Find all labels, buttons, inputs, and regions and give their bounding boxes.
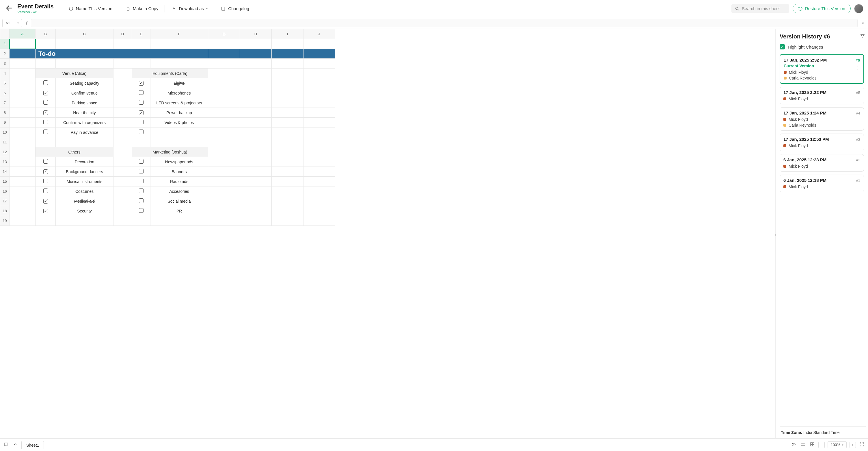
checkbox[interactable] (139, 169, 144, 173)
cell[interactable] (304, 108, 335, 118)
cell[interactable] (208, 167, 240, 177)
cell[interactable] (208, 216, 240, 226)
cell[interactable] (56, 137, 114, 147)
cell[interactable] (304, 157, 335, 167)
task-text[interactable]: PR (150, 206, 208, 216)
checkbox-cell[interactable] (132, 78, 150, 88)
version-card[interactable]: 17 Jan, 2025 2:22 PM#5Mick Floyd (780, 87, 864, 104)
cell[interactable] (208, 78, 240, 88)
cell[interactable] (9, 216, 35, 226)
checkbox[interactable] (139, 81, 144, 86)
task-text[interactable]: Newspaper ads (150, 157, 208, 167)
name-version-button[interactable]: Name This Version (67, 5, 114, 12)
cell[interactable] (114, 88, 132, 98)
checkbox[interactable] (43, 130, 48, 134)
cell[interactable] (304, 39, 335, 49)
cell[interactable] (208, 88, 240, 98)
row-header[interactable]: 10 (0, 128, 9, 137)
task-text[interactable]: Banners (150, 167, 208, 177)
cell[interactable] (272, 147, 304, 157)
checkbox[interactable] (139, 198, 144, 203)
cell[interactable] (150, 39, 208, 49)
cell[interactable] (9, 68, 35, 78)
cell[interactable] (132, 137, 150, 147)
checkbox[interactable] (43, 209, 48, 214)
column-header[interactable]: B (35, 29, 56, 39)
cell[interactable] (240, 216, 272, 226)
checkbox[interactable] (43, 80, 48, 85)
cell[interactable] (240, 59, 272, 68)
task-text[interactable]: Near the city (56, 108, 114, 118)
checkbox[interactable] (43, 189, 48, 193)
cell[interactable] (272, 128, 304, 137)
row-header[interactable]: 8 (0, 108, 9, 118)
cell[interactable] (272, 157, 304, 167)
changelog-button[interactable]: Changelog (219, 5, 251, 12)
checkbox[interactable] (43, 199, 48, 203)
cell[interactable] (208, 157, 240, 167)
back-button[interactable] (5, 3, 14, 13)
task-text[interactable]: Musical instruments (56, 177, 114, 187)
user-avatar[interactable] (854, 4, 863, 13)
task-text[interactable]: Radio ads (150, 177, 208, 187)
select-all-corner[interactable] (0, 29, 9, 39)
checkbox[interactable] (43, 110, 48, 115)
cell[interactable] (272, 206, 304, 216)
checkbox-cell[interactable] (35, 88, 56, 98)
cell[interactable] (9, 137, 35, 147)
checkbox-cell[interactable] (132, 167, 150, 177)
column-header[interactable]: I (272, 29, 304, 39)
cell[interactable] (114, 98, 132, 108)
cell[interactable] (150, 137, 208, 147)
sheet-tab[interactable]: Sheet1 (21, 441, 44, 449)
cell[interactable] (56, 59, 114, 68)
sheets-menu-icon[interactable] (12, 441, 19, 448)
checkbox[interactable] (43, 169, 48, 174)
cell[interactable] (304, 216, 335, 226)
cell[interactable] (304, 177, 335, 187)
row-header[interactable]: 4 (0, 68, 9, 78)
checkbox-cell[interactable] (35, 206, 56, 216)
version-card[interactable]: 17 Jan, 2025 12:53 PM#3Mick Floyd (780, 134, 864, 151)
checkbox[interactable] (139, 120, 144, 124)
cell[interactable] (208, 177, 240, 187)
cell[interactable] (114, 216, 132, 226)
task-text[interactable]: Parking space (56, 98, 114, 108)
checkbox[interactable] (139, 100, 144, 105)
restore-version-button[interactable]: Restore This Version (793, 4, 851, 13)
cell[interactable] (56, 39, 114, 49)
cell[interactable] (9, 196, 35, 206)
cell[interactable] (304, 206, 335, 216)
cell[interactable] (240, 118, 272, 128)
version-card[interactable]: 17 Jan, 2025 2:32 PM#6Current Version⋮Mi… (780, 54, 864, 84)
cell[interactable] (240, 167, 272, 177)
checkbox-cell[interactable] (132, 98, 150, 108)
cell[interactable] (9, 157, 35, 167)
cell[interactable] (114, 137, 132, 147)
cell[interactable] (240, 78, 272, 88)
checkbox[interactable] (139, 130, 144, 134)
checkbox-cell[interactable] (35, 196, 56, 206)
task-text[interactable]: Microphones (150, 88, 208, 98)
checkbox[interactable] (139, 90, 144, 95)
cell[interactable] (114, 206, 132, 216)
cell[interactable] (208, 59, 240, 68)
download-button[interactable]: Download as ▾ (169, 5, 209, 12)
task-text[interactable]: Confirm with organizers (56, 118, 114, 128)
cell[interactable] (9, 177, 35, 187)
cell[interactable] (240, 88, 272, 98)
zoom-level[interactable]: 100%▾ (828, 442, 847, 448)
cell[interactable] (114, 187, 132, 196)
checkbox-cell[interactable] (132, 88, 150, 98)
cell[interactable] (272, 68, 304, 78)
checkbox[interactable] (43, 91, 48, 95)
task-text[interactable]: Costumes (56, 187, 114, 196)
checkbox-cell[interactable] (132, 157, 150, 167)
checkbox[interactable] (139, 179, 144, 183)
cell[interactable] (240, 147, 272, 157)
cell[interactable] (208, 49, 240, 59)
cell[interactable] (304, 137, 335, 147)
cell[interactable] (304, 78, 335, 88)
cell[interactable] (240, 108, 272, 118)
todo-header[interactable]: To-do (35, 49, 208, 59)
